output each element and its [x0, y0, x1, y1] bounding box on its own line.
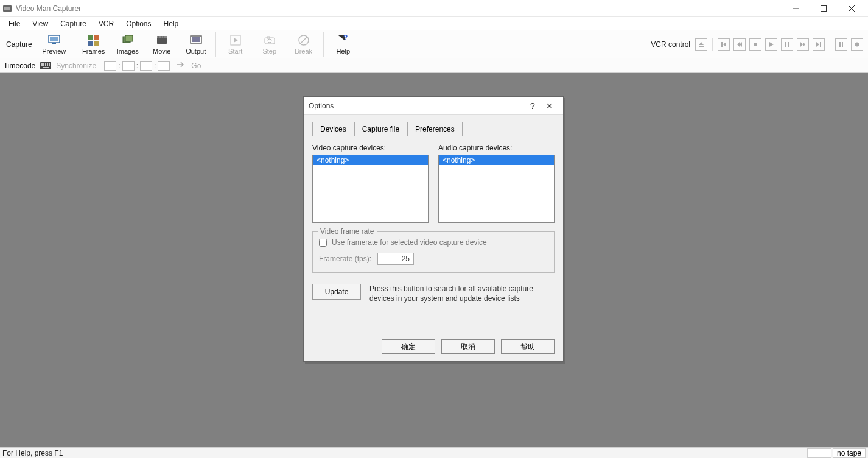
camera-icon	[263, 33, 276, 47]
svg-marker-33	[723, 42, 726, 47]
images-icon	[121, 33, 135, 47]
svg-rect-52	[49, 63, 50, 65]
svg-rect-56	[47, 65, 48, 66]
svg-rect-55	[45, 65, 46, 66]
svg-line-28	[300, 37, 307, 44]
svg-rect-53	[41, 65, 43, 66]
vcr-rewind-button[interactable]	[733, 38, 746, 51]
timecode-frames-input[interactable]	[158, 61, 170, 71]
svg-marker-42	[816, 42, 819, 47]
toolbar-separator	[215, 32, 216, 57]
vcr-control-panel: VCR control	[651, 38, 867, 51]
svg-rect-51	[47, 63, 48, 65]
titlebar: Video Man Capturer	[0, 0, 868, 17]
help-icon: ?	[337, 33, 350, 47]
menu-vcr[interactable]: VCR	[93, 18, 120, 29]
menu-capture[interactable]: Capture	[54, 18, 93, 29]
vcr-prev-button[interactable]	[718, 38, 730, 51]
toolbar-images[interactable]: Images	[111, 31, 145, 58]
close-button[interactable]	[838, 0, 866, 17]
svg-rect-3	[821, 5, 827, 11]
dialog-button-row: 确定 取消 帮助	[382, 339, 555, 354]
svg-rect-54	[43, 65, 44, 66]
framerate-input[interactable]	[377, 253, 414, 265]
framerate-legend: Video frame rate	[318, 227, 377, 236]
svg-marker-30	[699, 42, 704, 45]
toolbar-start: Start	[219, 31, 253, 58]
vcr-record-button[interactable]	[851, 38, 863, 51]
svg-point-25	[268, 39, 271, 43]
timecode-minutes-input[interactable]	[122, 61, 135, 71]
dialog-close-button[interactable]: ✕	[541, 101, 558, 111]
menu-options[interactable]: Options	[120, 18, 157, 29]
svg-point-17	[158, 37, 159, 38]
svg-point-19	[163, 37, 164, 38]
dialog-help-button[interactable]: ?	[524, 101, 541, 111]
toolbar-movie[interactable]: Movie	[145, 31, 179, 58]
video-device-item[interactable]: <nothing>	[313, 155, 428, 165]
help-button[interactable]: 帮助	[501, 339, 555, 354]
timecode-seconds-input[interactable]	[140, 61, 152, 71]
toolbar-capture-label[interactable]: Capture	[1, 40, 37, 49]
audio-devices-listbox[interactable]: <nothing>	[438, 155, 555, 223]
timecode-colon: :	[154, 62, 156, 70]
options-dialog: Options ? ✕ Devices Capture file Prefere…	[303, 96, 564, 362]
timecode-sync: Synchronize	[56, 62, 96, 70]
dialog-titlebar: Options ? ✕	[304, 97, 563, 115]
audio-device-item[interactable]: <nothing>	[439, 155, 554, 165]
svg-rect-39	[788, 42, 789, 47]
svg-marker-37	[769, 42, 774, 47]
stop-icon	[297, 33, 310, 47]
svg-rect-50	[45, 63, 46, 65]
toolbar-output-label: Output	[186, 48, 206, 55]
svg-rect-14	[125, 35, 133, 41]
vcr-stop-button[interactable]	[749, 38, 761, 51]
toolbar-output[interactable]: Output	[179, 31, 213, 58]
timecode-colon: :	[136, 62, 138, 70]
cancel-button[interactable]: 取消	[441, 339, 495, 354]
update-row: Update Press this button to search for a…	[312, 284, 555, 303]
framerate-label: Framerate (fps):	[319, 255, 371, 263]
timecode-hours-input[interactable]	[104, 61, 116, 71]
video-devices-listbox[interactable]: <nothing>	[312, 155, 429, 223]
maximize-button[interactable]	[810, 0, 838, 17]
toolbar-step-label: Step	[262, 48, 276, 55]
devices-row: Video capture devices: <nothing> Audio c…	[312, 144, 555, 223]
minimize-button[interactable]	[782, 0, 810, 17]
tab-devices[interactable]: Devices	[312, 122, 354, 136]
framerate-value-row: Framerate (fps):	[319, 253, 548, 265]
svg-rect-31	[699, 46, 704, 47]
vcr-eject-button[interactable]	[695, 38, 707, 51]
vcr-next-button[interactable]	[813, 38, 825, 51]
toolbar-help[interactable]: ? Help	[326, 31, 360, 58]
svg-rect-10	[94, 35, 99, 40]
toolbar-preview-label: Preview	[42, 48, 66, 55]
output-icon	[189, 33, 203, 47]
vcr-pause-button[interactable]	[781, 38, 793, 51]
tab-preferences[interactable]: Preferences	[407, 122, 463, 136]
toolbar-break-label: Break	[295, 48, 312, 55]
svg-rect-36	[754, 43, 757, 46]
tab-capture-file[interactable]: Capture file	[354, 122, 407, 136]
svg-text:?: ?	[343, 33, 348, 42]
toolbar-movie-label: Movie	[153, 48, 170, 55]
vcr-play-button[interactable]	[765, 38, 777, 51]
statusbar: For Help, press F1 no tape	[0, 447, 868, 458]
framerate-checkbox[interactable]	[319, 239, 327, 247]
menu-file[interactable]: File	[2, 18, 26, 29]
svg-point-18	[161, 37, 162, 38]
vcr-separator	[712, 38, 713, 51]
menu-view[interactable]: View	[26, 18, 54, 29]
vcr-pause2-button[interactable]	[835, 38, 847, 51]
update-button[interactable]: Update	[312, 284, 361, 300]
svg-point-46	[855, 42, 859, 46]
menu-help[interactable]: Help	[158, 18, 185, 29]
toolbar-preview[interactable]: Preview	[37, 31, 71, 58]
movie-icon	[155, 33, 169, 47]
svg-rect-45	[842, 42, 843, 47]
vcr-forward-button[interactable]	[797, 38, 809, 51]
toolbar-frames[interactable]: Frames	[77, 31, 111, 58]
ok-button[interactable]: 确定	[382, 339, 435, 354]
toolbar-step: Step	[253, 31, 287, 58]
audio-devices-label: Audio capture devices:	[438, 144, 555, 152]
